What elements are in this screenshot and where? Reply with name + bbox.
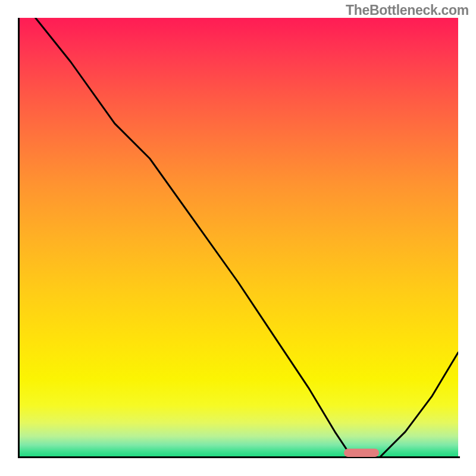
optimal-marker bbox=[344, 449, 379, 457]
watermark-text: TheBottleneck.com bbox=[346, 2, 469, 18]
chart-container: TheBottleneck.com bbox=[0, 0, 476, 476]
bottleneck-curve bbox=[18, 18, 458, 458]
